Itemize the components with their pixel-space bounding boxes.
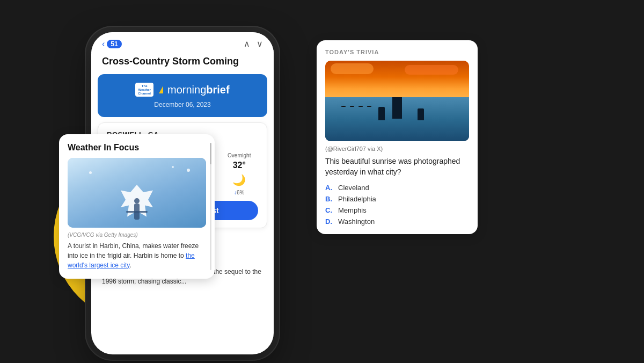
forecast-precip-overnight: ↓6%	[234, 190, 244, 195]
twc-logo: The Weather Channel morningbrief	[108, 83, 257, 97]
trivia-option-a[interactable]: A. Cleveland	[325, 184, 469, 192]
person-arms	[126, 211, 148, 213]
option-text-b: Philadelphia	[338, 195, 376, 203]
monument-silhouette	[392, 97, 402, 119]
option-letter-b: B.	[325, 195, 334, 203]
tree-silhouette-left	[378, 107, 385, 120]
option-letter-a: A.	[325, 184, 334, 192]
back-chevron-icon: ‹	[102, 39, 105, 49]
focus-text-after-link: .	[129, 262, 131, 269]
tree-silhouette-right	[418, 108, 424, 120]
back-button[interactable]: ‹ 51	[102, 39, 122, 49]
option-text-a: Cleveland	[338, 184, 369, 192]
weather-focus-card: Weather In Focus (VCG/VCG via Getty Imag…	[59, 134, 215, 279]
focus-card-title: Weather In Focus	[68, 143, 206, 153]
cloud-left	[331, 63, 374, 74]
forecast-temp-overnight: 32°	[233, 161, 246, 170]
scroll-thumb	[210, 143, 211, 164]
trivia-option-d[interactable]: D. Washington	[325, 217, 469, 226]
twc-weather: Weather	[138, 88, 151, 92]
twc-logo-box: The Weather Channel	[135, 83, 153, 97]
phone-topbar: ‹ 51 ∧ ∨	[91, 32, 274, 53]
trivia-option-b[interactable]: B. Philadelphia	[325, 195, 469, 203]
focus-text-before-link: A tourist in Harbin, China, makes water …	[68, 242, 199, 259]
option-text-d: Washington	[338, 217, 375, 226]
forecast-overnight: Overnight 32° 🌙 ↓6%	[221, 153, 259, 195]
scroll-bar	[210, 143, 211, 270]
bird-2	[350, 106, 354, 107]
focus-image-credit: (VCG/VCG via Getty Images)	[68, 232, 206, 238]
nav-arrows: ∧ ∨	[244, 39, 263, 49]
brief-text: brief	[206, 84, 229, 96]
trivia-card: TODAY'S TRIVIA (@RiverGirl707 via X) Thi…	[317, 40, 478, 234]
focus-body-text: A tourist in Harbin, China, makes water …	[68, 241, 206, 270]
trivia-label: TODAY'S TRIVIA	[325, 49, 469, 55]
twc-triangle-icon	[159, 86, 163, 93]
bird-3	[358, 106, 363, 107]
bird-1	[341, 106, 346, 107]
focus-card-image	[68, 158, 206, 228]
twc-the: The	[142, 84, 148, 88]
precip-drop-overnight: ↓	[234, 190, 237, 195]
bird-4	[367, 106, 371, 107]
trivia-image-credit: (@RiverGirl707 via X)	[325, 146, 469, 152]
twc-channel: Channel	[138, 92, 151, 96]
droplet-2	[172, 166, 174, 168]
splash-container	[110, 179, 164, 228]
up-arrow-icon[interactable]: ∧	[244, 39, 250, 49]
morning-brief-text: morningbrief	[167, 84, 230, 96]
birds-group	[341, 106, 371, 107]
notification-badge: 51	[107, 40, 121, 48]
option-text-c: Memphis	[338, 206, 367, 214]
down-arrow-icon[interactable]: ∨	[257, 39, 263, 49]
trivia-question: This beautiful sunrise was photographed …	[325, 156, 469, 177]
trivia-options-list: A. Cleveland B. Philadelphia C. Memphis …	[325, 184, 469, 226]
forecast-icon-overnight: 🌙	[232, 172, 246, 187]
forecast-label-overnight: Overnight	[228, 153, 251, 158]
weather-banner: The Weather Channel morningbrief Decembe…	[98, 74, 267, 117]
banner-date: December 06, 2023	[108, 101, 257, 108]
morning-text: morning	[167, 84, 206, 96]
option-letter-d: D.	[325, 217, 334, 226]
cloud-right	[405, 65, 458, 75]
trivia-option-c[interactable]: C. Memphis	[325, 206, 469, 214]
article-title: Cross-Country Storm Coming	[91, 53, 274, 74]
person-head	[134, 198, 140, 204]
droplet-3	[89, 171, 92, 174]
option-letter-c: C.	[325, 206, 334, 214]
droplet-1	[187, 169, 190, 172]
trivia-image	[325, 61, 469, 141]
